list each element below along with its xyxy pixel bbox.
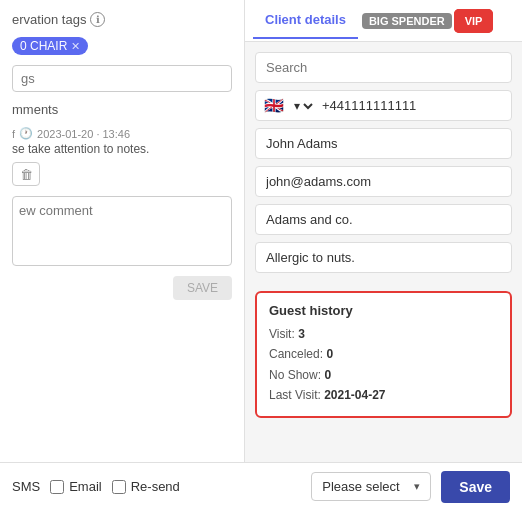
email-label: Email: [69, 479, 102, 494]
tags-area: 0 CHAIR ✕: [12, 37, 232, 55]
tag-remove-icon[interactable]: ✕: [71, 40, 80, 53]
comments-section-title: mments: [12, 102, 232, 117]
tab-big-spender-label: BIG SPENDER: [369, 15, 445, 27]
name-input[interactable]: [255, 128, 512, 159]
save-comment-button[interactable]: SAVE: [173, 276, 232, 300]
client-form: 🇬🇧 ▾: [245, 42, 522, 283]
last-visit-value: 2021-04-27: [324, 388, 385, 402]
left-panel: ervation tags ℹ 0 CHAIR ✕ mments f 🕐 202…: [0, 0, 245, 462]
comment-text: se take attention to notes.: [12, 142, 232, 156]
reservation-tags-section: ervation tags ℹ: [12, 12, 232, 27]
phone-country-dropdown[interactable]: ▾: [290, 98, 316, 114]
chevron-down-icon: ▾: [414, 480, 420, 493]
delete-comment-button[interactable]: 🗑: [12, 162, 40, 186]
email-checkbox-group: Email: [50, 479, 102, 494]
comment-author: f: [12, 128, 15, 140]
search-input[interactable]: [255, 52, 512, 83]
new-comment-input[interactable]: [12, 196, 232, 266]
sms-label: SMS: [12, 479, 40, 494]
last-visit-label: Last Visit:: [269, 388, 321, 402]
please-select-label: Please select: [322, 479, 399, 494]
flag-icon: 🇬🇧: [264, 96, 284, 115]
canceled-label: Canceled:: [269, 347, 323, 361]
tab-vip-label: VIP: [465, 15, 483, 27]
tab-vip[interactable]: VIP: [456, 11, 492, 31]
phone-input[interactable]: [322, 98, 503, 113]
bottom-bar: SMS Email Re-send Please select ▾ Save: [0, 462, 522, 510]
tab-big-spender[interactable]: BIG SPENDER: [362, 13, 452, 29]
notes-input[interactable]: [255, 242, 512, 273]
guest-history-title: Guest history: [269, 303, 498, 318]
company-input[interactable]: [255, 204, 512, 235]
save-button[interactable]: Save: [441, 471, 510, 503]
client-tabs: Client details BIG SPENDER VIP: [245, 0, 522, 42]
resend-checkbox[interactable]: [112, 480, 126, 494]
comment-date: 2023-01-20 · 13:46: [37, 128, 130, 140]
last-visit-row: Last Visit: 2021-04-27: [269, 385, 498, 405]
tag-chip[interactable]: 0 CHAIR ✕: [12, 37, 88, 55]
no-show-row: No Show: 0: [269, 365, 498, 385]
right-panel: Client details BIG SPENDER VIP 🇬🇧 ▾: [245, 0, 522, 462]
email-input[interactable]: [255, 166, 512, 197]
tab-client-details[interactable]: Client details: [253, 2, 358, 39]
resend-label: Re-send: [131, 479, 180, 494]
visit-label: Visit:: [269, 327, 295, 341]
no-show-value: 0: [324, 368, 331, 382]
no-show-label: No Show:: [269, 368, 321, 382]
please-select-dropdown[interactable]: Please select ▾: [311, 472, 431, 501]
email-checkbox[interactable]: [50, 480, 64, 494]
visit-row: Visit: 3: [269, 324, 498, 344]
phone-row: 🇬🇧 ▾: [255, 90, 512, 121]
clock-icon: 🕐: [19, 127, 33, 140]
tag-label: 0 CHAIR: [20, 39, 67, 53]
comments-label: mments: [12, 102, 58, 117]
visit-value: 3: [298, 327, 305, 341]
canceled-value: 0: [326, 347, 333, 361]
tags-input[interactable]: [12, 65, 232, 92]
tab-client-details-label: Client details: [265, 12, 346, 27]
reservation-tags-label: ervation tags: [12, 12, 86, 27]
comment-entry: f 🕐 2023-01-20 · 13:46 se take attention…: [12, 127, 232, 186]
guest-history-box: Guest history Visit: 3 Canceled: 0 No Sh…: [255, 291, 512, 418]
canceled-row: Canceled: 0: [269, 344, 498, 364]
resend-checkbox-group: Re-send: [112, 479, 180, 494]
info-icon[interactable]: ℹ: [90, 12, 105, 27]
